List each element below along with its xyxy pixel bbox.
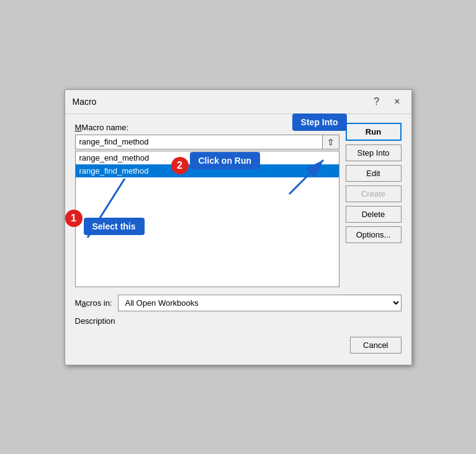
cancel-row: Cancel <box>75 337 402 356</box>
click-on-run-label: Click on Run <box>190 152 261 169</box>
macro-main-row: MMacro name: ⇧ range_end_method range_fi… <box>75 123 402 287</box>
macro-name-upload-button[interactable]: ⇧ <box>322 135 339 149</box>
run-button[interactable]: Run <box>346 123 402 141</box>
badge-1: 1 <box>65 210 83 227</box>
cancel-button[interactable]: Cancel <box>350 337 401 354</box>
title-bar: Macro ? × <box>65 90 411 114</box>
macro-left-panel: MMacro name: ⇧ range_end_method range_fi… <box>75 123 339 287</box>
description-row: Description <box>75 316 402 326</box>
macros-in-select[interactable]: All Open Workbooks This Workbook <box>118 295 401 311</box>
title-bar-right: ? × <box>370 95 403 109</box>
macro-right-panel: Run Step Into Edit Create Delete Options… <box>346 123 402 243</box>
macro-dialog: Macro ? × MMacro name: ⇧ range_end_ <box>65 89 412 365</box>
step-into-label: Step Into <box>292 114 347 131</box>
select-this-label: Select this <box>84 218 145 235</box>
description-label: Description <box>75 316 115 326</box>
dialog-body: MMacro name: ⇧ range_end_method range_fi… <box>65 114 411 365</box>
step-into-button[interactable]: Step Into <box>346 145 402 161</box>
create-button[interactable]: Create <box>346 185 402 202</box>
options-button[interactable]: Options... <box>346 226 402 243</box>
help-button[interactable]: ? <box>370 95 383 109</box>
macros-in-row: Macros in: All Open Workbooks This Workb… <box>75 295 402 311</box>
macro-name-input-row: ⇧ <box>75 135 339 149</box>
delete-button[interactable]: Delete <box>346 206 402 223</box>
badge-2: 2 <box>171 157 189 174</box>
macro-name-input[interactable] <box>75 135 322 149</box>
macros-in-label: Macros in: <box>75 298 112 308</box>
dialog-title: Macro <box>73 97 97 107</box>
edit-button[interactable]: Edit <box>346 165 402 182</box>
close-button[interactable]: × <box>390 95 403 109</box>
title-bar-left: Macro <box>73 97 97 107</box>
